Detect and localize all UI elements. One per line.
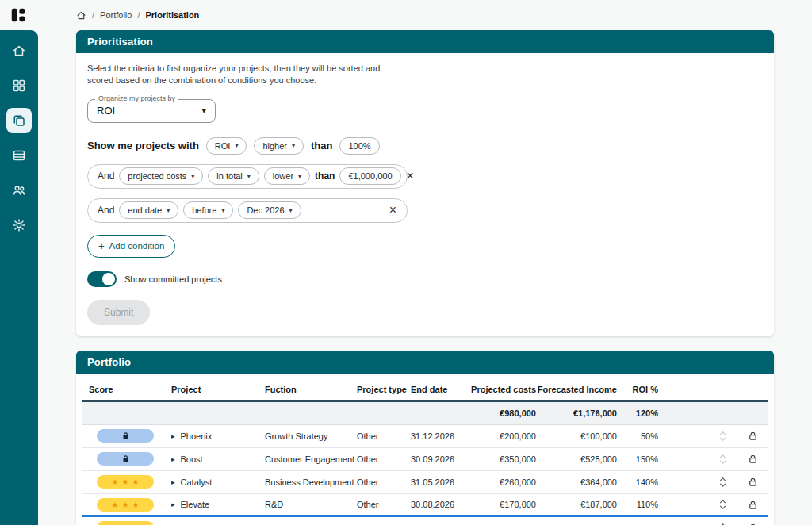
- condition1-field-select[interactable]: projected costs ▾: [119, 167, 203, 185]
- breadcrumb-prioritisation[interactable]: Prioritisation: [145, 10, 199, 20]
- chevron-down-icon: [719, 437, 726, 441]
- row-reorder-stepper[interactable]: [718, 522, 728, 525]
- row-reorder-stepper[interactable]: [718, 498, 728, 511]
- show-committed-label: Show committed projects: [124, 274, 222, 284]
- condition-and-label: And: [98, 205, 114, 216]
- sidebar-item-settings[interactable]: [6, 213, 32, 238]
- condition2-operator-select[interactable]: before ▾: [183, 201, 233, 219]
- roi-value: 50%: [617, 431, 658, 441]
- condition1-aggregation-select[interactable]: in total ▾: [208, 167, 259, 185]
- column-header-roi: ROI %: [617, 385, 658, 394]
- condition2-field-select[interactable]: end date ▾: [119, 201, 178, 219]
- app-logo-icon: [10, 6, 27, 24]
- chevron-down-icon: ▾: [191, 173, 194, 180]
- lock-row-button[interactable]: [748, 431, 758, 441]
- expand-row-icon[interactable]: ▸: [171, 478, 175, 486]
- submit-button[interactable]: Submit: [87, 300, 150, 325]
- portfolio-table-header: Score Project Fuction Project type End d…: [82, 378, 768, 402]
- condition1-field-value: projected costs: [128, 171, 186, 181]
- chevron-down-icon: ▾: [292, 142, 295, 149]
- end-date: 31.12.2026: [411, 431, 463, 441]
- chevron-down-icon: ▾: [221, 207, 224, 214]
- plus-icon: +: [98, 240, 105, 252]
- main-content: Prioritisation Select the criteria to fi…: [38, 30, 812, 525]
- show-committed-toggle[interactable]: [87, 271, 117, 287]
- breadcrumb-separator: /: [92, 10, 94, 20]
- portfolio-summary-row: €980,000 €1,176,000 120%: [82, 402, 768, 425]
- add-condition-button[interactable]: + Add condition: [87, 235, 175, 258]
- breadcrumb-separator: /: [137, 10, 140, 20]
- sidebar-item-home[interactable]: [6, 38, 32, 63]
- column-header-score: Score: [89, 385, 171, 394]
- metric-select-value: ROI: [215, 141, 231, 151]
- roi-value: 140%: [617, 477, 658, 487]
- project-name: Boost: [181, 454, 203, 464]
- chevron-down-icon: [719, 483, 726, 487]
- prioritisation-card-title: Prioritisation: [76, 30, 774, 53]
- organize-by-select[interactable]: Organize my projects by ROI ▾: [87, 99, 216, 123]
- row-reorder-stepper[interactable]: [718, 430, 728, 443]
- row-reorder-stepper[interactable]: [718, 476, 728, 489]
- project-function: Customer Engagement: [265, 454, 357, 464]
- threshold-value: 100%: [348, 141, 370, 151]
- score-badge-stars: ★★★: [97, 521, 154, 525]
- projected-costs: €260,000: [463, 477, 536, 487]
- lock-row-button[interactable]: [748, 500, 758, 510]
- chevron-down-icon: ▾: [167, 207, 170, 214]
- operator-select[interactable]: higher ▾: [254, 137, 304, 155]
- sidebar-item-dashboard[interactable]: [6, 73, 32, 98]
- lock-row-button[interactable]: [748, 454, 758, 464]
- remove-condition1-icon[interactable]: ×: [406, 170, 415, 182]
- condition2-field-value: end date: [128, 205, 162, 215]
- score-badge-locked: [97, 452, 154, 466]
- projected-costs: €200,000: [463, 431, 536, 441]
- column-header-forecasted-income: Forecasted Income: [536, 385, 617, 394]
- condition2-value-select[interactable]: Dec 2026 ▾: [238, 201, 301, 219]
- remove-condition2-icon[interactable]: ×: [389, 204, 397, 217]
- chevron-down-icon: [719, 505, 726, 509]
- lock-icon: [748, 431, 758, 441]
- than-label: than: [311, 140, 332, 151]
- breadcrumb: / Portfolio / Prioritisation: [76, 0, 199, 30]
- breadcrumb-portfolio[interactable]: Portfolio: [100, 10, 132, 20]
- condition1-operator-select[interactable]: lower ▾: [264, 167, 310, 185]
- prioritisation-card: Prioritisation Select the criteria to fi…: [76, 30, 774, 336]
- sidebar-item-team[interactable]: [6, 178, 32, 203]
- condition1-value: €1,000,000: [348, 171, 392, 181]
- sidebar-item-data[interactable]: [6, 143, 32, 168]
- chevron-down-icon: ▾: [298, 173, 301, 180]
- condition1-operator-value: lower: [273, 171, 293, 181]
- organize-by-value: ROI: [97, 105, 115, 117]
- primary-filter-row: Show me projects with ROI ▾ higher ▾ tha…: [87, 137, 763, 155]
- summary-projected-costs: €980,000: [463, 408, 536, 418]
- column-header-end-date: End date: [411, 385, 463, 394]
- condition1-value-input[interactable]: €1,000,000: [339, 167, 400, 185]
- lock-icon: [748, 500, 758, 510]
- metric-select[interactable]: ROI ▾: [206, 137, 247, 155]
- condition-row-1: And projected costs ▾ in total ▾ lower ▾…: [87, 164, 408, 189]
- committed-projects-row: Show committed projects: [87, 271, 763, 287]
- threshold-value-input[interactable]: 100%: [339, 137, 379, 155]
- sidebar-item-projects[interactable]: [6, 108, 32, 133]
- add-condition-label: Add condition: [109, 241, 165, 251]
- summary-forecasted-income: €1,176,000: [536, 408, 617, 418]
- expand-row-icon[interactable]: ▸: [171, 432, 175, 440]
- condition-row-2: And end date ▾ before ▾ Dec 2026 ▾ ×: [87, 198, 408, 223]
- forecasted-income: €525,000: [536, 454, 617, 464]
- end-date: 30.08.2026: [411, 500, 463, 509]
- lock-row-button[interactable]: [748, 477, 758, 487]
- condition2-operator-value: before: [192, 205, 216, 215]
- expand-row-icon[interactable]: ▸: [171, 500, 175, 508]
- prioritisation-description: Select the criteria to first organize yo…: [87, 63, 396, 86]
- chevron-down-icon: [719, 460, 726, 464]
- expand-row-icon[interactable]: ▸: [171, 455, 175, 463]
- operator-select-value: higher: [262, 141, 287, 151]
- chevron-down-icon: ▾: [247, 173, 251, 180]
- projects-icon: [12, 113, 26, 128]
- row-reorder-stepper[interactable]: [718, 453, 728, 466]
- end-date: 31.05.2026: [411, 477, 463, 487]
- table-row: ★★★▸IgniteMarketingOther12.12.2025€220,0…: [82, 517, 768, 525]
- app-logo[interactable]: [10, 6, 27, 24]
- home-breadcrumb-icon[interactable]: [76, 10, 86, 21]
- projected-costs: €170,000: [463, 500, 536, 509]
